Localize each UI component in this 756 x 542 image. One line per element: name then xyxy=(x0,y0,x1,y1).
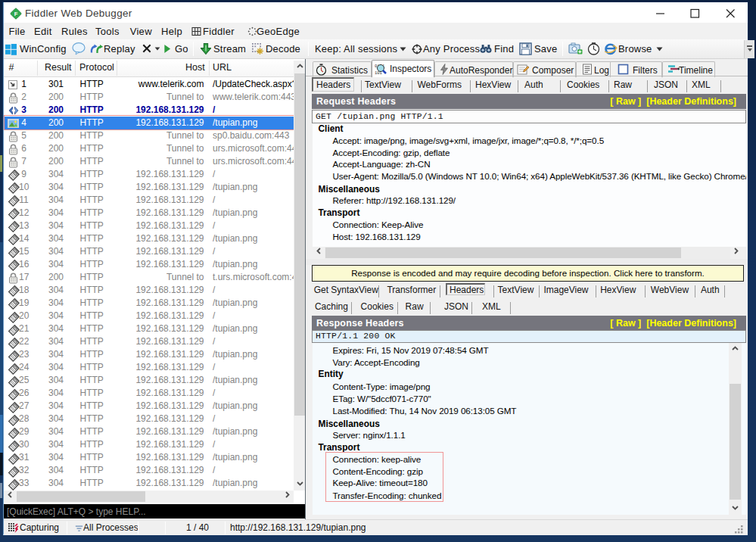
svg-text:F: F xyxy=(14,11,18,17)
